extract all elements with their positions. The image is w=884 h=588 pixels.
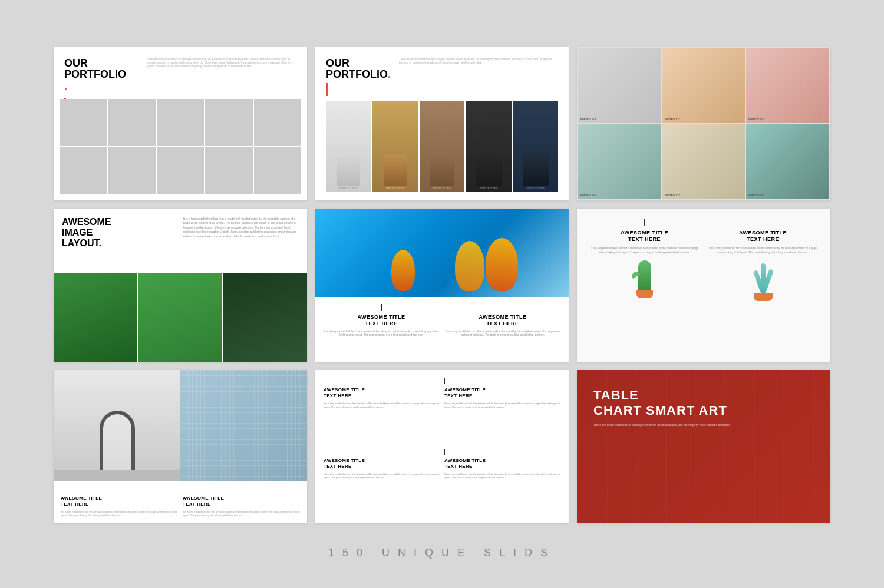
slide-2: OURPORTFOLIO. There are many variations …	[315, 47, 569, 200]
slide-8-divider-4	[444, 449, 445, 455]
slide-7-text-2: AWESOME TITLETEXT HERE It is a long esta…	[183, 487, 300, 517]
slide-7-arch-img	[54, 370, 180, 481]
tagline: 150 UNIQUE SLIDS	[328, 547, 556, 559]
slide-8-item-2: AWESOME TITLETEXT HERE It is a long esta…	[444, 378, 560, 444]
slide-6-col-1: AWESOME TITLETEXT HERE It is a long esta…	[585, 219, 704, 351]
s7-body-1: It is a long established fact that a rea…	[61, 510, 178, 517]
divider-col-2	[763, 219, 763, 226]
slide-8-item-4: AWESOME TITLETEXT HERE It is a long esta…	[444, 449, 560, 515]
slide-7-image-row	[54, 370, 307, 481]
portfolio-cell-3: PORTFOLIO 3	[746, 48, 829, 123]
slide-6-title-2: AWESOME TITLETEXT HERE	[739, 230, 787, 243]
slide-5-bottom: AWESOME TITLETEXT HERE It is a long esta…	[315, 297, 569, 362]
slide-5-hero-image	[315, 209, 569, 297]
portfolio-dot-2: .	[388, 68, 391, 80]
aloe-plant	[747, 260, 779, 301]
img-cell	[108, 147, 155, 194]
slide-4: AWESOMEIMAGELAYOUT. It is a long establi…	[54, 209, 307, 362]
fashion-item-2: PORTFOLIO TITLE	[372, 101, 417, 192]
slide-5-title-2: AWESOME TITLETEXT HERE	[445, 314, 560, 328]
fashion-img-5	[523, 151, 549, 186]
slide-8-body-1: It is a long established fact that a rea…	[324, 402, 440, 409]
img-cell	[254, 99, 301, 146]
divider-2	[503, 304, 503, 311]
pool-bg	[315, 209, 569, 297]
arch-base	[54, 470, 180, 481]
slide-1-image-grid	[60, 99, 301, 194]
portfolio-cell-6: PORTFOLIO 6	[746, 124, 829, 199]
slide-3: PORTFOLIO 1 PORTFOLIO 2 PORTFOLIO 3 PORT…	[577, 47, 830, 200]
slide-5-body-1: It is a long established fact that a rea…	[324, 330, 439, 338]
fashion-img-2	[384, 154, 407, 186]
portfolio-cell-5: PORTFOLIO 5	[662, 124, 746, 199]
divider-col-1	[644, 219, 645, 226]
cactus-arm	[630, 270, 639, 279]
slide-8-body-2: It is a long established fact that a rea…	[444, 402, 560, 409]
slide-5-item-2: AWESOME TITLETEXT HERE It is a long esta…	[445, 304, 560, 355]
portfolio-label-2: PORTFOLIO 2	[665, 118, 681, 121]
img-cell	[205, 99, 252, 146]
slide-7-text-row: AWESOME TITLETEXT HERE It is a long esta…	[54, 481, 307, 523]
fashion-item-1: PORTFOLIO TITLE	[326, 101, 371, 192]
slide-1-body: There are many variations of passages of…	[147, 58, 299, 69]
pineapple-body-1	[391, 250, 415, 291]
fashion-label-1: PORTFOLIO TITLE	[339, 187, 358, 190]
slide-7-text-1: AWESOME TITLETEXT HERE It is a long esta…	[61, 487, 178, 517]
fashion-img-3	[430, 152, 454, 186]
portfolio-cell-2: PORTFOLIO 2	[662, 48, 746, 123]
img-cell	[60, 147, 107, 194]
slide-8-item-3: AWESOME TITLETEXT HERE It is a long esta…	[324, 449, 440, 515]
portfolio-label-6: PORTFOLIO 6	[748, 194, 764, 197]
slide-8-title-1: AWESOME TITLETEXT HERE	[324, 387, 365, 399]
slide-8-divider-1	[324, 378, 324, 384]
fashion-item-3: PORTFOLIO TITLE	[420, 101, 464, 192]
fashion-img-4	[476, 151, 502, 186]
slide-6-body-2: It is a long established fact that a rea…	[708, 247, 817, 255]
slide-5-item-1: AWESOME TITLETEXT HERE It is a long esta…	[324, 304, 439, 355]
slide-8-body-4: It is a long established fact that a rea…	[444, 473, 560, 480]
slide-2-title: OURPORTFOLIO.	[326, 58, 391, 81]
cactus-stem	[638, 260, 651, 290]
pineapple-body-3	[455, 241, 484, 291]
portfolio-dot: .	[64, 81, 126, 93]
fern-img-1	[54, 273, 137, 362]
slide-9: TABLECHART SMART ART There are many vari…	[577, 370, 830, 523]
img-cell	[108, 99, 155, 146]
s7-divider-1	[61, 487, 61, 493]
slide-7: AWESOME TITLETEXT HERE It is a long esta…	[54, 370, 307, 523]
slide-9-body: There are many variations of passages of…	[593, 423, 814, 428]
fashion-label-2: PORTFOLIO TITLE	[386, 187, 404, 190]
slide-8-title-2: AWESOME TITLETEXT HERE	[444, 387, 486, 399]
slide-5-body-2: It is a long established fact that a rea…	[445, 330, 560, 338]
slide-6-col-2: AWESOME TITLETEXT HERE It is a long esta…	[704, 219, 822, 351]
img-cell	[157, 99, 204, 146]
aloe-pot	[754, 293, 773, 301]
slide-7-glass-img	[180, 370, 307, 481]
slide-9-title: TABLECHART SMART ART	[593, 388, 814, 419]
slide-4-body: It is a long established fact that a rea…	[183, 217, 299, 239]
glass-grid	[180, 370, 307, 481]
slide-grid: OUR PORTFOLIO. There are many variations…	[36, 29, 848, 541]
s7-title-2: AWESOME TITLETEXT HERE	[183, 495, 300, 508]
slide-4-title: AWESOMEIMAGELAYOUT.	[62, 217, 183, 249]
red-accent-bar-2	[326, 83, 328, 96]
portfolio-cell-4: PORTFOLIO 4	[578, 124, 661, 199]
slide-4-top: AWESOMEIMAGELAYOUT. It is a long establi…	[54, 209, 307, 273]
img-cell	[205, 147, 252, 194]
slide-4-images	[54, 273, 307, 362]
portfolio-label-3: PORTFOLIO 3	[748, 118, 764, 121]
slide-5-title-1: AWESOME TITLETEXT HERE	[324, 314, 439, 328]
slide-6-body-1: It is a long established fact that a rea…	[590, 247, 699, 255]
slide-2-body: There are many variations of passages of…	[399, 58, 558, 65]
slide-6: AWESOME TITLETEXT HERE It is a long esta…	[577, 209, 830, 362]
fashion-label-5: PORTFOLIO TITLE	[526, 187, 545, 190]
slide-9-content: TABLECHART SMART ART There are many vari…	[577, 370, 830, 445]
portfolio-label-4: PORTFOLIO 4	[580, 194, 596, 197]
fashion-item-5: PORTFOLIO TITLE	[513, 101, 558, 192]
slide-8-body-3: It is a long established fact that a rea…	[324, 473, 440, 480]
fashion-img-1	[337, 157, 360, 186]
img-cell	[254, 147, 301, 194]
fern-img-3	[223, 273, 307, 362]
slide-8: AWESOME TITLETEXT HERE It is a long esta…	[315, 370, 569, 523]
slide-8-title-4: AWESOME TITLETEXT HERE	[444, 458, 486, 470]
